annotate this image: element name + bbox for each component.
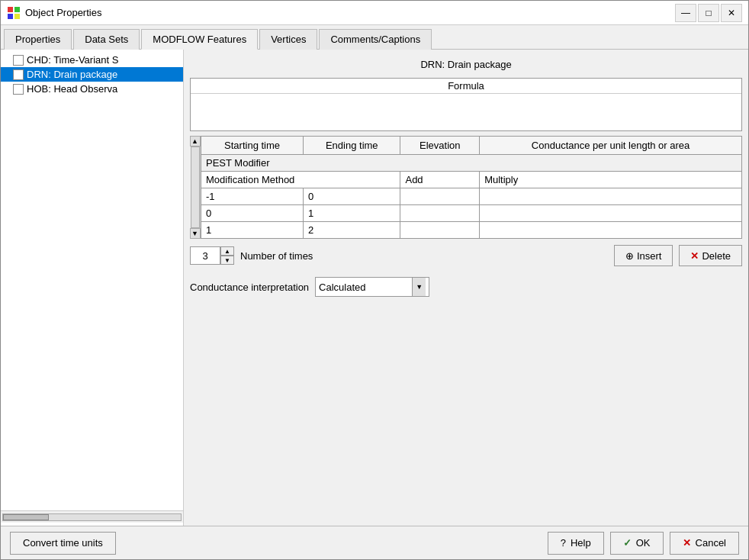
tab-properties[interactable]: Properties (4, 29, 72, 50)
conductance-row: Conductance interpretation Calculated ▼ (190, 272, 742, 301)
table-wrapper: Starting time Ending time Elevation Cond… (201, 136, 742, 239)
hscroll-thumb[interactable] (3, 514, 49, 520)
main-table: Starting time Ending time Elevation Cond… (201, 136, 742, 239)
sidebar-checkbox-drn[interactable] (13, 69, 24, 80)
scroll-up-arrow[interactable]: ▲ (190, 136, 201, 146)
sidebar-label-hob: HOB: Head Observa (27, 83, 117, 95)
delete-button[interactable]: ✕ Delete (679, 245, 742, 266)
cell-start-2[interactable]: 1 (201, 222, 304, 239)
cell-end-2[interactable]: 2 (304, 222, 400, 239)
svg-rect-3 (14, 14, 20, 19)
ok-button[interactable]: ✓ OK (610, 532, 664, 555)
help-icon: ? (561, 537, 566, 549)
table-row-2[interactable]: 1 2 (201, 222, 742, 239)
conductance-dropdown-arrow[interactable]: ▼ (412, 278, 426, 296)
convert-time-units-button[interactable]: Convert time units (10, 532, 116, 555)
conductance-select[interactable]: Calculated ▼ (315, 277, 429, 297)
cell-start-1[interactable]: 0 (201, 205, 304, 222)
insert-button[interactable]: ⊕ Insert (614, 245, 673, 266)
sidebar-inner: CHD: Time-Variant S DRN: Drain package H… (1, 53, 183, 510)
delete-label: Delete (702, 250, 731, 262)
minimize-button[interactable]: — (675, 4, 696, 22)
bottom-bar: Convert time units ? Help ✓ OK ✕ Cancel (1, 526, 748, 559)
multiply-label: Multiply (480, 172, 742, 188)
svg-rect-1 (14, 7, 20, 12)
sidebar-label-chd: CHD: Time-Variant S (27, 54, 118, 66)
col-ending-time: Ending time (304, 137, 400, 155)
sidebar-item-hob[interactable]: HOB: Head Observa (1, 82, 183, 96)
col-conductance: Conductance per unit length or area (480, 137, 742, 155)
panel-title: DRN: Drain package (190, 56, 742, 73)
spinner-group: ▲ ▼ (190, 246, 234, 265)
cell-elev-2[interactable] (400, 222, 480, 239)
tab-comments-captions[interactable]: Comments/Captions (319, 29, 432, 50)
title-bar: Object Properties — □ ✕ (1, 1, 748, 25)
hscroll-track[interactable] (2, 513, 182, 521)
pest-modifier-label: PEST Modifier (201, 155, 742, 172)
sidebar-checkbox-hob[interactable] (13, 84, 24, 95)
formula-area: Formula (190, 78, 742, 131)
close-button[interactable]: ✕ (721, 4, 742, 22)
cancel-label: Cancel (696, 537, 726, 549)
help-label: Help (571, 537, 591, 549)
cancel-icon: ✕ (683, 537, 691, 549)
cell-cond-0[interactable] (480, 188, 742, 205)
sidebar-checkbox-chd[interactable] (13, 55, 24, 66)
tab-data-sets[interactable]: Data Sets (73, 29, 140, 50)
main-content: CHD: Time-Variant S DRN: Drain package H… (1, 50, 748, 526)
svg-rect-2 (8, 14, 13, 19)
maximize-button[interactable]: □ (698, 4, 719, 22)
scroll-down-arrow[interactable]: ▼ (190, 228, 201, 239)
col-elevation: Elevation (400, 137, 480, 155)
cancel-button[interactable]: ✕ Cancel (670, 532, 739, 555)
cell-elev-0[interactable] (400, 188, 480, 205)
tabs-bar: Properties Data Sets MODFLOW Features Ve… (1, 25, 748, 50)
app-icon (7, 6, 21, 20)
title-bar-left: Object Properties (7, 6, 101, 20)
spinner-up-button[interactable]: ▲ (220, 246, 234, 256)
table-row-0[interactable]: -1 0 (201, 188, 742, 205)
spinner-buttons: ▲ ▼ (220, 246, 234, 265)
right-panel: DRN: Drain package Formula ▲ ▼ St (184, 50, 748, 526)
title-controls: — □ ✕ (675, 4, 742, 22)
scroll-thumb[interactable] (191, 146, 200, 228)
cell-cond-2[interactable] (480, 222, 742, 239)
cell-elev-1[interactable] (400, 205, 480, 222)
conductance-label: Conductance interpretation (190, 282, 309, 293)
scroll-container: ▲ ▼ Starting time Ending time Elevation … (190, 136, 742, 239)
table-row-1[interactable]: 0 1 (201, 205, 742, 222)
sidebar-item-chd[interactable]: CHD: Time-Variant S (1, 53, 183, 67)
sidebar: CHD: Time-Variant S DRN: Drain package H… (1, 50, 184, 526)
cell-end-1[interactable]: 1 (304, 205, 400, 222)
formula-content (191, 94, 741, 124)
cell-cond-1[interactable] (480, 205, 742, 222)
number-of-times-input[interactable] (190, 246, 220, 265)
bottom-right: ? Help ✓ OK ✕ Cancel (548, 532, 739, 555)
modification-method-row: Modification Method Add Multiply (201, 172, 742, 188)
window-title: Object Properties (25, 7, 101, 18)
delete-icon: ✕ (690, 250, 699, 262)
help-button[interactable]: ? Help (548, 532, 604, 555)
cell-end-0[interactable]: 0 (304, 188, 400, 205)
tab-modflow-features[interactable]: MODFLOW Features (141, 29, 258, 50)
pest-modifier-row: PEST Modifier (201, 155, 742, 172)
spinner-down-button[interactable]: ▼ (220, 256, 234, 265)
modification-method-label: Modification Method (201, 172, 400, 188)
insert-label: Insert (637, 250, 662, 262)
cell-start-0[interactable]: -1 (201, 188, 304, 205)
sidebar-item-drn[interactable]: DRN: Drain package (1, 67, 183, 82)
convert-label: Convert time units (23, 537, 103, 549)
sidebar-hscroll[interactable] (1, 510, 183, 523)
svg-rect-0 (8, 7, 13, 12)
ok-label: OK (636, 537, 651, 549)
formula-header: Formula (191, 79, 741, 94)
tab-vertices[interactable]: Vertices (259, 29, 317, 50)
ok-icon: ✓ (623, 537, 632, 549)
main-window: Object Properties — □ ✕ Properties Data … (0, 0, 749, 560)
insert-icon: ⊕ (625, 250, 634, 262)
controls-row: ▲ ▼ Number of times ⊕ Insert ✕ Delete (190, 239, 742, 272)
add-label: Add (400, 172, 480, 188)
sidebar-label-drn: DRN: Drain package (27, 69, 117, 80)
number-of-times-label: Number of times (240, 250, 313, 262)
col-starting-time: Starting time (201, 137, 304, 155)
